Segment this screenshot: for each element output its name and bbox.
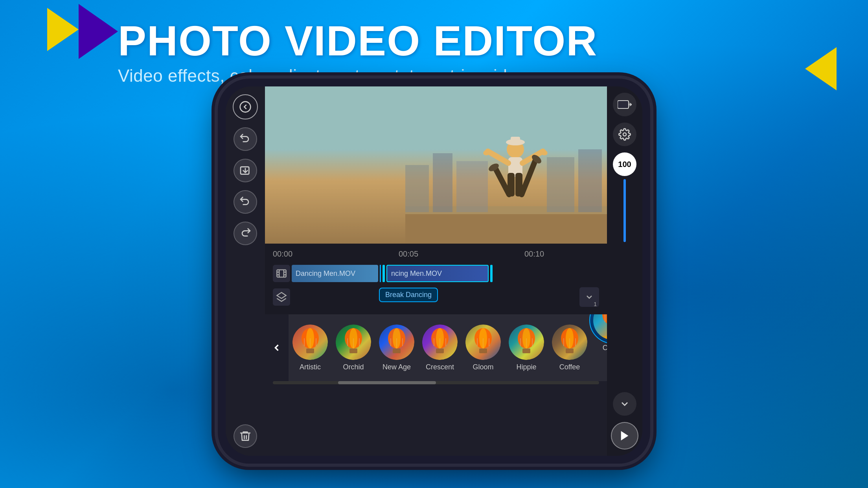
back-button[interactable] bbox=[233, 94, 258, 119]
film-icon bbox=[276, 268, 287, 279]
svg-point-53 bbox=[393, 328, 401, 349]
svg-point-74 bbox=[522, 328, 530, 349]
timeline-mark-5: 00:05 bbox=[399, 250, 418, 259]
svg-point-39 bbox=[306, 328, 314, 349]
layers-icon bbox=[276, 292, 287, 303]
track-segment-1-label: Dancing Men.MOV bbox=[296, 270, 355, 278]
scrollbar[interactable] bbox=[273, 381, 599, 384]
effect-item-artistic[interactable]: Artistic bbox=[289, 314, 332, 381]
svg-rect-6 bbox=[405, 165, 429, 212]
volume-track[interactable] bbox=[623, 179, 626, 242]
effect-item-new-age[interactable]: New Age bbox=[375, 314, 418, 381]
effect-thumb-coffee1 bbox=[552, 325, 587, 360]
chevron-down-button[interactable] bbox=[613, 392, 636, 416]
undo2-button[interactable] bbox=[234, 190, 257, 214]
svg-marker-32 bbox=[277, 292, 286, 298]
delete-button[interactable] bbox=[234, 424, 257, 448]
svg-rect-73 bbox=[522, 349, 530, 353]
import-button[interactable] bbox=[234, 159, 257, 182]
phone-mockup: 00:00 00:05 00:10 bbox=[218, 79, 650, 464]
left-toolbar bbox=[226, 86, 265, 456]
svg-rect-8 bbox=[456, 161, 488, 212]
effects-nav-back-button[interactable] bbox=[265, 314, 289, 381]
svg-point-60 bbox=[436, 328, 444, 349]
redo-button[interactable] bbox=[234, 222, 257, 245]
svg-line-18 bbox=[522, 161, 535, 194]
volume-slider-container: 100 bbox=[613, 152, 636, 386]
svg-line-15 bbox=[488, 151, 508, 163]
redo-icon bbox=[239, 227, 252, 240]
volume-value: 100 bbox=[613, 152, 636, 176]
svg-rect-7 bbox=[433, 153, 452, 212]
track-segment-2[interactable]: ncing Men.MOV bbox=[386, 265, 489, 282]
play-button[interactable] bbox=[611, 422, 638, 449]
nav-back-icon bbox=[271, 342, 282, 353]
effect-item-coffee-selected[interactable]: Coffee Coffee bbox=[591, 314, 607, 381]
effect-label-hippie: Hippie bbox=[516, 363, 536, 371]
svg-rect-52 bbox=[393, 349, 401, 353]
timeline-ruler: 00:00 00:05 00:10 bbox=[265, 247, 607, 261]
svg-point-81 bbox=[566, 328, 574, 349]
subtitle-label: Break Dancing bbox=[385, 291, 432, 299]
video-track-icon bbox=[273, 265, 290, 282]
svg-rect-4 bbox=[405, 212, 607, 244]
dancer-svg bbox=[405, 94, 607, 244]
svg-rect-38 bbox=[306, 349, 314, 353]
effect-item-orchid[interactable]: Orchid bbox=[332, 314, 375, 381]
video-preview-inner bbox=[265, 86, 607, 244]
effects-strip: Artistic Orchid New bbox=[265, 314, 607, 381]
effect-item-hippie[interactable]: Hippie bbox=[505, 314, 548, 381]
svg-rect-24 bbox=[511, 137, 520, 143]
svg-point-0 bbox=[240, 102, 251, 112]
chevron-down-icon bbox=[585, 292, 594, 302]
triangle-yellow-left-icon bbox=[47, 8, 79, 51]
video-track-row: Dancing Men.MOV ncing Men.MOV bbox=[273, 262, 599, 284]
svg-rect-66 bbox=[479, 349, 487, 353]
effect-label-coffee-selected: Coffee bbox=[603, 344, 607, 352]
svg-rect-45 bbox=[349, 349, 357, 353]
timeline-mark-0: 00:00 bbox=[273, 250, 292, 259]
play-icon bbox=[618, 429, 631, 442]
timeline-area: 00:00 00:05 00:10 bbox=[265, 244, 607, 314]
layer-count: 1 bbox=[594, 301, 597, 307]
subtitle-bubble: Break Dancing bbox=[379, 288, 438, 302]
effect-item-gloom[interactable]: Gloom bbox=[462, 314, 505, 381]
phone-screen: 00:00 00:05 00:10 bbox=[226, 86, 642, 456]
svg-point-126 bbox=[623, 133, 626, 136]
triangle-yellow-right-icon bbox=[805, 47, 837, 90]
effect-thumb-gloom bbox=[465, 325, 501, 360]
svg-marker-127 bbox=[621, 431, 629, 440]
export-button[interactable] bbox=[613, 93, 636, 116]
main-title: PHOTO VIDEO EDITOR bbox=[118, 20, 789, 62]
effect-item-crescent[interactable]: Crescent bbox=[418, 314, 462, 381]
track-segment-1[interactable]: Dancing Men.MOV bbox=[292, 265, 378, 282]
video-preview bbox=[265, 86, 607, 244]
right-panel: 100 bbox=[607, 86, 642, 456]
svg-line-17 bbox=[496, 169, 509, 194]
effect-selected-bubble[interactable] bbox=[589, 314, 607, 344]
timeline-tracks: Dancing Men.MOV ncing Men.MOV bbox=[265, 261, 607, 311]
svg-rect-9 bbox=[547, 157, 574, 212]
header: PHOTO VIDEO EDITOR Video effects, color … bbox=[118, 20, 789, 86]
import-icon bbox=[239, 164, 252, 177]
effect-thumb-crescent bbox=[422, 325, 458, 360]
undo-button[interactable] bbox=[234, 127, 257, 151]
track-playhead bbox=[380, 265, 381, 282]
svg-rect-25 bbox=[277, 270, 286, 277]
back-icon bbox=[239, 101, 252, 113]
svg-point-67 bbox=[479, 328, 487, 349]
svg-rect-124 bbox=[618, 101, 629, 108]
scrollbar-thumb bbox=[338, 381, 436, 384]
undo2-icon bbox=[239, 196, 252, 208]
effect-label-artistic: Artistic bbox=[300, 363, 321, 371]
effect-thumb-artistic bbox=[292, 325, 328, 360]
export-icon bbox=[618, 99, 632, 110]
effect-thumb-new-age bbox=[379, 325, 414, 360]
settings-button[interactable] bbox=[613, 123, 636, 146]
effect-item-coffee1[interactable]: Coffee bbox=[548, 314, 591, 381]
effect-label-coffee1: Coffee bbox=[559, 363, 580, 371]
playhead-marker bbox=[383, 265, 385, 282]
svg-rect-10 bbox=[578, 149, 602, 212]
effect-label-gloom: Gloom bbox=[473, 363, 493, 371]
svg-rect-59 bbox=[436, 349, 444, 353]
